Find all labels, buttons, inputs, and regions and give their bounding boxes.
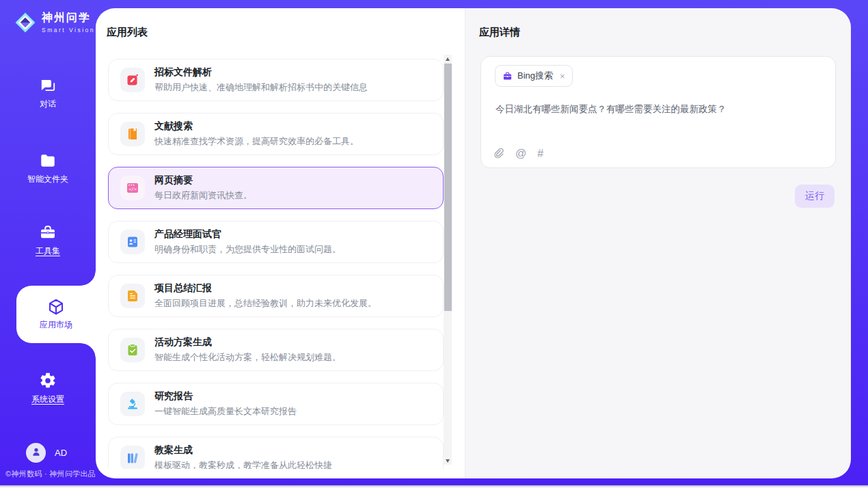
app-list-panel: 应用列表 招标文件解析 帮助用户快速、准确地理解和解析招标书中的关键信息 文献搜… — [96, 8, 465, 478]
sidebar-item-toolset[interactable]: 工具集 — [0, 223, 96, 257]
app-detail-title: 应用详情 — [479, 26, 520, 39]
app-frame: 神州问学 Smart Vision 对话 智能文件夹 工具集 应用市场 系统设置… — [0, 0, 868, 485]
person-icon — [31, 446, 42, 460]
app-item-title: 教案生成 — [154, 444, 332, 456]
cube-icon — [47, 298, 65, 316]
scrollbar-up-arrow[interactable] — [444, 55, 452, 63]
brand-logo: 神州问学 Smart Vision — [14, 11, 95, 33]
user-label: AD — [55, 448, 67, 458]
app-list-item[interactable]: 项目总结汇报 全面回顾项目进展，总结经验教训，助力未来优化发展。 — [108, 275, 444, 317]
prompt-text[interactable]: 今日湖北有哪些新闻要点？有哪些需要关注的最新政策？ — [496, 103, 822, 116]
tool-chip-bing-search[interactable]: Bing搜索 × — [495, 65, 573, 87]
sidebar-item-label: 智能文件夹 — [27, 174, 68, 185]
at-icon[interactable]: @ — [515, 148, 526, 159]
app-item-title: 活动方案生成 — [154, 336, 341, 348]
resume-icon — [120, 230, 145, 254]
app-item-desc: 智能生成个性化活动方案，轻松解决规划难题。 — [154, 351, 341, 364]
diamond-logo-icon — [14, 12, 36, 33]
sidebar-item-system-settings[interactable]: 系统设置 — [0, 372, 96, 405]
sidebar-item-label: 对话 — [40, 98, 56, 110]
app-list-item[interactable]: 研究报告 一键智能生成高质量长文本研究报告 — [108, 383, 444, 425]
composer-toolbar: @ # — [493, 148, 543, 159]
app-item-title: 网页摘要 — [154, 174, 252, 186]
app-item-title: 产品经理面试官 — [154, 228, 341, 240]
app-detail-panel: 应用详情 Bing搜索 × 今日湖北有哪些新闻要点？有哪些需要关注的最新政策？ … — [465, 8, 851, 478]
app-list-item[interactable]: </> 网页摘要 每日政府新闻资讯快查。 — [108, 167, 444, 209]
sidebar-item-smart-folder[interactable]: 智能文件夹 — [0, 152, 96, 185]
run-button[interactable]: 运行 — [795, 185, 835, 208]
app-list-item[interactable]: 招标文件解析 帮助用户快速、准确地理解和解析招标书中的关键信息 — [108, 59, 444, 101]
books-icon — [120, 446, 145, 469]
copyright-footer: ©神州数码 · 神州问学出品 — [5, 469, 96, 479]
app-item-desc: 一键智能生成高质量长文本研究报告 — [154, 405, 297, 418]
sidebar-item-app-market[interactable]: 应用市场 — [16, 286, 96, 343]
app-item-desc: 每日政府新闻资讯快查。 — [154, 189, 252, 202]
folder-icon — [39, 152, 57, 170]
user-account[interactable]: AD — [26, 443, 67, 463]
microscope-icon — [120, 392, 145, 416]
chat-icon — [39, 77, 57, 94]
window-bottom-edge — [0, 485, 868, 488]
sidebar-item-label: 工具集 — [36, 245, 60, 257]
paperclip-icon[interactable] — [493, 148, 504, 159]
report-icon — [120, 284, 145, 308]
sidebar-item-chat[interactable]: 对话 — [0, 77, 96, 110]
app-list-viewport: 招标文件解析 帮助用户快速、准确地理解和解析招标书中的关键信息 文献搜索 快速精… — [108, 55, 444, 469]
app-list-item[interactable]: 产品经理面试官 明确身份和职责，为您提供专业性的面试问题。 — [108, 221, 444, 263]
app-list: 招标文件解析 帮助用户快速、准确地理解和解析招标书中的关键信息 文献搜索 快速精… — [108, 55, 444, 469]
hash-icon[interactable]: # — [537, 148, 543, 159]
sidebar-item-label: 系统设置 — [31, 394, 64, 405]
doc-edit-icon — [120, 68, 145, 92]
scrollbar-thumb[interactable] — [444, 64, 452, 311]
app-item-title: 项目总结汇报 — [154, 282, 377, 294]
app-item-desc: 全面回顾项目进展，总结经验教训，助力未来优化发展。 — [154, 297, 377, 310]
app-list-scrollbar[interactable] — [444, 55, 452, 465]
toolbox-icon — [39, 223, 57, 241]
svg-text:</>: </> — [128, 187, 137, 192]
app-item-desc: 模板驱动，教案秒成，教学准备从此轻松快捷 — [154, 459, 332, 469]
clipboard-check-icon — [120, 338, 145, 362]
close-icon[interactable]: × — [560, 71, 565, 81]
briefcase-icon — [502, 71, 513, 81]
app-window: 神州问学 Smart Vision 对话 智能文件夹 工具集 应用市场 系统设置… — [0, 0, 868, 488]
gear-icon — [39, 372, 57, 390]
app-item-desc: 快速精准查找学术资源，提高研究效率的必备工具。 — [154, 135, 359, 148]
app-list-title: 应用列表 — [107, 26, 148, 39]
app-item-title: 招标文件解析 — [154, 66, 368, 78]
scrollbar-down-arrow[interactable] — [444, 457, 452, 465]
app-item-title: 文献搜索 — [154, 120, 359, 132]
brand-subtitle: Smart Vision — [42, 27, 95, 33]
tool-chip-label: Bing搜索 — [517, 70, 553, 82]
app-list-item[interactable]: 文献搜索 快速精准查找学术资源，提高研究效率的必备工具。 — [108, 113, 444, 155]
app-list-item[interactable]: 教案生成 模板驱动，教案秒成，教学准备从此轻松快捷 — [108, 437, 444, 469]
app-item-desc: 明确身份和职责，为您提供专业性的面试问题。 — [154, 243, 341, 256]
book-icon — [120, 122, 145, 146]
app-item-desc: 帮助用户快速、准确地理解和解析招标书中的关键信息 — [154, 81, 368, 94]
app-list-item[interactable]: 活动方案生成 智能生成个性化活动方案，轻松解决规划难题。 — [108, 329, 444, 371]
sidebar-item-label: 应用市场 — [40, 319, 72, 331]
avatar — [26, 443, 46, 463]
browser-code-icon: </> — [120, 176, 145, 200]
brand-name: 神州问学 — [42, 11, 95, 25]
app-item-title: 研究报告 — [154, 390, 297, 402]
prompt-input-card[interactable]: Bing搜索 × 今日湖北有哪些新闻要点？有哪些需要关注的最新政策？ @ # — [480, 56, 836, 168]
